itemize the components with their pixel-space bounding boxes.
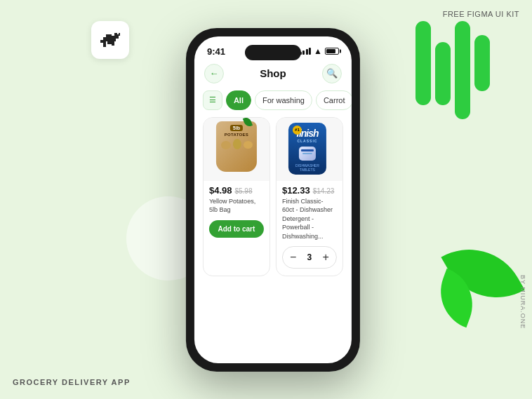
signal-icon [300,48,312,55]
back-icon: ← [209,69,218,78]
search-icon: 🔍 [326,68,338,79]
quantity-increase-button[interactable]: + [319,250,333,264]
price-current-potatoes: $4.98 [209,185,232,196]
svg-rect-3 [112,36,116,41]
author-label: BY MIURA.ONE [519,275,526,329]
status-icons: ▲ [300,46,339,56]
phone-wrapper: 9:41 ▲ ← [186,28,360,372]
filter-button[interactable]: ☰ [203,90,222,110]
bg-decoration-bars [415,21,490,119]
battery-icon [325,48,339,55]
product-info-potatoes: $4.98 $5.98 Yellow Potatoes, 5lb Bag [204,181,270,215]
search-button[interactable]: 🔍 [322,64,342,83]
svg-rect-7 [112,41,114,46]
bg-bar-3 [455,21,470,119]
product-name-finish: Finish Classic- 60ct - Dishwasher Deterg… [282,197,337,241]
app-label: GROCERY DELIVERY APP [13,378,131,386]
svg-rect-8 [103,43,106,47]
screen-header: ← Shop 🔍 [194,61,352,90]
tab-for-washing[interactable]: For washing [255,90,312,110]
bg-bar-4 [474,35,490,91]
product-card-finish: #1 finish CLASSIC DISHWASHERTABLETS [276,117,343,277]
product-image-finish: #1 finish CLASSIC DISHWASHERTABLETS [277,118,343,181]
quantity-selector: − 3 + [282,246,337,269]
filter-icon: ☰ [209,95,216,104]
svg-rect-9 [107,41,112,44]
kit-label: FREE FIGMA UI KIT [443,10,519,18]
product-price-potatoes: $4.98 $5.98 [209,185,264,196]
product-price-finish: $12.33 $14.23 [282,185,337,196]
add-to-cart-button[interactable]: Add to cart [209,220,264,238]
quantity-value: 3 [307,252,312,262]
svg-rect-1 [103,37,106,43]
svg-rect-6 [114,33,117,36]
product-card-potatoes: 5lb POTATOES [203,117,270,277]
svg-rect-0 [100,40,103,43]
product-name-potatoes: Yellow Potatoes, 5lb Bag [209,197,264,215]
product-info-finish: $12.33 $14.23 Finish Classic- 60ct - Dis… [277,181,343,241]
tab-all[interactable]: All [226,90,251,110]
product-image-potatoes: 5lb POTATOES [204,118,270,181]
phone-device: 9:41 ▲ ← [186,28,360,372]
category-tabs: ☰ All For washing Carrot For home [194,90,352,117]
price-current-finish: $12.33 [282,185,310,196]
dynamic-island [245,45,301,60]
wifi-icon: ▲ [314,46,322,56]
phone-screen: 9:41 ▲ ← [194,36,352,363]
price-old-potatoes: $5.98 [234,187,252,195]
app-icon [91,21,129,59]
bg-bar-1 [415,21,431,105]
page-title: Shop [260,67,286,79]
back-button[interactable]: ← [204,64,224,83]
svg-rect-5 [119,33,120,36]
price-old-finish: $14.23 [313,187,335,195]
svg-rect-2 [106,34,112,41]
tab-carrot[interactable]: Carrot [316,90,352,110]
bg-bar-2 [435,42,451,105]
products-grid: 5lb POTATOES [194,117,352,277]
status-time: 9:41 [207,46,225,57]
quantity-decrease-button[interactable]: − [286,250,300,264]
